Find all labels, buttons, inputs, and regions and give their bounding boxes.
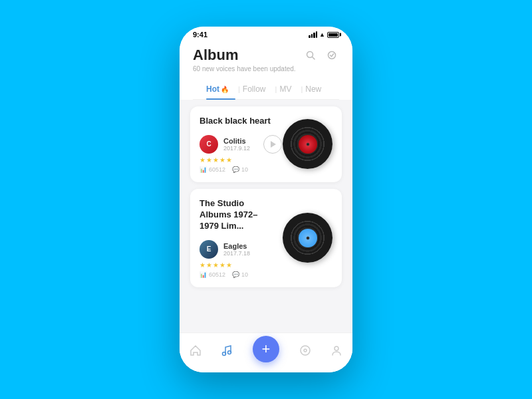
release-date-2: 2017.7.18 [223, 250, 250, 257]
vinyl-2 [283, 213, 332, 263]
header: Album 60 new voices have been updated. [180, 41, 352, 100]
artist-row-2: E Eagles 2017.7.18 [200, 240, 271, 259]
tab-new[interactable]: New [305, 79, 328, 99]
album-title-2: The Studio Albums 1972–1979 Lim... [200, 198, 271, 232]
vinyl-1 [283, 119, 332, 169]
comments-stat-2: 💬 10 [232, 271, 248, 278]
comments-stat-1: 💬 10 [232, 166, 248, 173]
tab-separator-1: | [235, 85, 243, 93]
status-icons: ▲ [309, 31, 339, 38]
vinyl-hole-1 [306, 142, 309, 146]
artist-row-1: C Colitis 2017.9.12 [200, 135, 271, 154]
svg-line-1 [313, 57, 315, 60]
card-info-1: Black black heart C Colitis 2017.9.12 ★★… [200, 116, 271, 173]
nav-profile[interactable] [331, 344, 342, 356]
artist-name-1: Colitis [223, 137, 250, 145]
page-title: Album [193, 47, 238, 64]
svg-point-3 [223, 352, 226, 355]
tab-mv[interactable]: MV [279, 79, 298, 99]
subtitle: 60 new voices have been updated. [193, 65, 339, 72]
wifi-icon: ▲ [319, 31, 325, 38]
nav-music[interactable] [221, 344, 233, 356]
vinyl-hole-2 [306, 236, 309, 239]
bottom-nav: + [180, 332, 352, 372]
artist-avatar-2: E [200, 240, 218, 259]
plays-icon-2: 📊 [200, 271, 207, 278]
vinyl-wrapper-2 [279, 198, 332, 278]
plays-icon-1: 📊 [200, 166, 207, 173]
tab-follow[interactable]: Follow [243, 79, 273, 99]
svg-point-2 [329, 52, 336, 59]
content: Black black heart C Colitis 2017.9.12 ★★… [180, 100, 352, 372]
play-triangle-icon [271, 141, 276, 148]
status-time: 9:41 [193, 31, 207, 39]
tabs: Hot 🔥 | Follow | MV | New [193, 79, 339, 100]
artist-details-2: Eagles 2017.7.18 [223, 242, 250, 257]
svg-point-4 [228, 350, 231, 354]
status-bar: 9:41 ▲ [180, 27, 352, 41]
fire-icon: 🔥 [221, 86, 229, 93]
nav-discover[interactable] [299, 344, 311, 356]
check-circle-icon[interactable] [325, 48, 339, 63]
signal-icon [309, 31, 317, 38]
tab-hot[interactable]: Hot 🔥 [206, 79, 235, 99]
battery-icon [327, 32, 339, 38]
vinyl-wrapper-1 [279, 116, 332, 173]
comments-icon-2: 💬 [232, 271, 239, 278]
album-card-2[interactable]: The Studio Albums 1972–1979 Lim... E Eag… [190, 189, 342, 287]
stars-1: ★★★★★ [200, 156, 271, 164]
comments-icon-1: 💬 [232, 166, 239, 173]
card-info-2: The Studio Albums 1972–1979 Lim... E Eag… [200, 198, 271, 278]
play-button-1[interactable] [263, 135, 282, 154]
album-title-1: Black black heart [200, 116, 271, 127]
plays-stat-1: 📊 60512 [200, 166, 225, 173]
card-stats-1: 📊 60512 💬 10 [200, 166, 271, 173]
header-icons [303, 48, 339, 63]
svg-point-5 [301, 346, 310, 355]
nav-fab-button[interactable]: + [253, 336, 279, 362]
tab-separator-3: | [298, 85, 305, 93]
header-top: Album [193, 47, 339, 64]
stars-2: ★★★★★ [200, 261, 271, 269]
artist-avatar-1: C [200, 135, 218, 154]
card-stats-2: 📊 60512 💬 10 [200, 271, 271, 278]
nav-home[interactable] [190, 344, 201, 356]
search-icon[interactable] [303, 48, 318, 63]
plays-stat-2: 📊 60512 [200, 271, 225, 278]
svg-point-7 [334, 346, 338, 350]
phone-container: 9:41 ▲ Album [180, 27, 352, 372]
artist-name-2: Eagles [223, 242, 250, 250]
album-card-1[interactable]: Black black heart C Colitis 2017.9.12 ★★… [190, 106, 342, 182]
tab-separator-2: | [273, 85, 280, 93]
release-date-1: 2017.9.12 [223, 145, 250, 152]
svg-point-6 [304, 349, 307, 352]
artist-details-1: Colitis 2017.9.12 [223, 137, 250, 152]
